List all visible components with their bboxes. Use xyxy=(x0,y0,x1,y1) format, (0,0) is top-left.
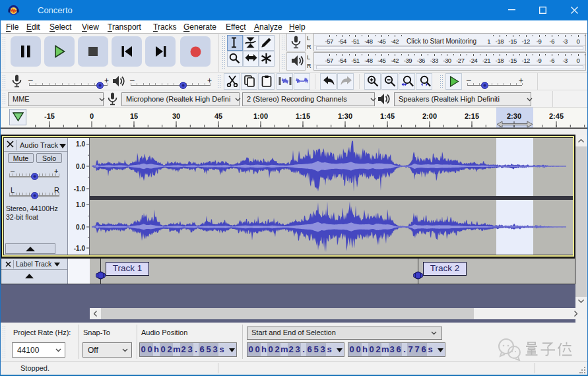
svg-text:2:45: 2:45 xyxy=(549,112,564,120)
svg-text:1.0: 1.0 xyxy=(76,201,85,208)
svg-text:15: 15 xyxy=(130,112,138,120)
svg-text:1:30: 1:30 xyxy=(338,112,352,120)
svg-text:30: 30 xyxy=(172,112,180,120)
svg-text:0: 0 xyxy=(90,112,94,120)
svg-text:1:15: 1:15 xyxy=(296,112,310,120)
svg-text:-15: -15 xyxy=(44,112,55,120)
svg-text:1:45: 1:45 xyxy=(380,112,395,120)
svg-text:2:00: 2:00 xyxy=(422,112,437,120)
svg-text:-1.0: -1.0 xyxy=(74,245,86,252)
svg-text:1.0: 1.0 xyxy=(76,141,85,148)
svg-text:1:00: 1:00 xyxy=(253,112,268,120)
svg-text:45: 45 xyxy=(214,112,222,120)
svg-text:2:30: 2:30 xyxy=(507,112,521,120)
svg-text:2:15: 2:15 xyxy=(465,112,479,120)
svg-text:-1.0: -1.0 xyxy=(74,185,86,193)
svg-text:0.0: 0.0 xyxy=(76,163,85,170)
svg-text:0.0: 0.0 xyxy=(76,224,85,231)
